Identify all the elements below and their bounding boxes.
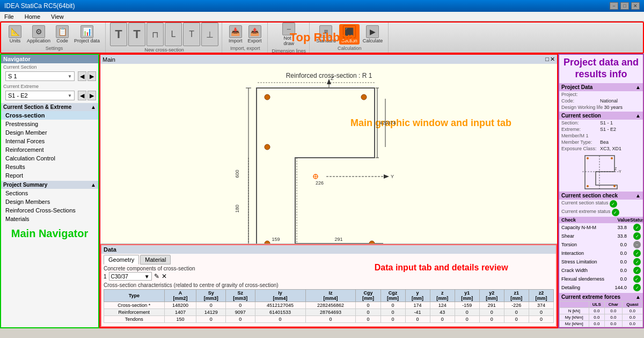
code-value: National (600, 98, 618, 104)
cell-z1-2: 0 (504, 309, 529, 316)
cs-extreme-header: Current Section & Extreme ▲ (1, 103, 98, 111)
force-row-my: My [kNm] 0.0 0.0 0.0 (560, 314, 643, 321)
next-extreme-button[interactable]: ▶ (87, 91, 96, 100)
geometry-tab[interactable]: Geometry (104, 255, 139, 264)
export-icon: 📤 (248, 25, 261, 38)
maximize-button[interactable]: □ (620, 2, 629, 10)
main-window-titlebar: Main □ ✕ (100, 55, 557, 64)
combo-arrow-icon: ▼ (68, 74, 72, 79)
center-area: Main □ ✕ Main graphic window and input t… (99, 54, 558, 328)
minimize-button[interactable]: − (610, 2, 618, 10)
menu-view[interactable]: View (49, 13, 66, 20)
cell-cgz-2: 0 (380, 309, 405, 316)
add-row-button[interactable]: ✎ (154, 273, 159, 280)
nav-item-reinforced-cs[interactable]: Reinforced Cross-Sections (1, 206, 98, 215)
member-type-label: Member Type: (561, 139, 599, 145)
ribbon-btn-application[interactable]: ⚙ Application (25, 24, 53, 45)
ribbon-btn-import[interactable]: 📥 Import (226, 24, 245, 45)
current-section-combo[interactable]: S 1 ▼ (5, 71, 75, 81)
ribbon-btn-t2[interactable]: L (165, 23, 182, 46)
ribbon-btn-t3[interactable]: T (183, 23, 200, 46)
extreme-status-row: Current extreme status ✓ (559, 208, 643, 217)
current-extreme-combo[interactable]: S1 - E2 ▼ (5, 91, 75, 100)
main-window-restore-button[interactable]: □ (545, 56, 549, 63)
svg-text:180: 180 (235, 204, 240, 212)
nav-item-results[interactable]: Results (1, 163, 98, 171)
ribbon-btn-t4[interactable]: ⊥ (201, 23, 218, 46)
force-my-label: My [kNm] (560, 314, 589, 321)
ribbon-btn-standard[interactable]: ≡ Standard (314, 24, 338, 45)
col-y1: y1[mm] (455, 290, 479, 302)
ribbon-btn-t1[interactable]: ⊓ (147, 23, 164, 46)
cell-iz-1: 2282456862 (305, 302, 356, 309)
code-label: Code (56, 38, 68, 43)
cell-z-2: 43 (430, 309, 455, 316)
section-status-indicator: ✓ (610, 200, 617, 208)
material-combo-value: C30/37 (111, 274, 128, 280)
nav-item-reinforcement[interactable]: Reinforcement (1, 145, 98, 154)
force-vy-char: 0.0 (605, 327, 623, 328)
project-summary-expand-icon: ▲ (91, 182, 96, 188)
cell-sy-1: 0 (196, 302, 226, 309)
not-draw-icon: ─ (282, 23, 295, 35)
prev-section-button[interactable]: ◀ (78, 71, 86, 81)
main-graphic-window: Main □ ✕ Main graphic window and input t… (100, 55, 557, 244)
menu-home[interactable]: Home (23, 13, 42, 20)
nav-item-internal-forces[interactable]: Internal Forces (1, 137, 98, 145)
ribbon-group-calculation: ≡ Standard ⬛ Section ▶ Calculate Calcula… (311, 23, 389, 53)
extreme-label: Extreme: (561, 127, 599, 132)
nav-item-design-members[interactable]: Design Members (1, 197, 98, 206)
force-vy-uls: 35.0 (589, 327, 605, 328)
check-stress-label: Stress Limitation (561, 259, 604, 264)
ribbon-btn-calculate[interactable]: ▶ Calculate (361, 24, 385, 45)
check-capacity-value: 33.8 (611, 225, 627, 230)
forces-col-char: Char (605, 302, 623, 308)
next-section-button[interactable]: ▶ (87, 71, 96, 81)
material-tab[interactable]: Material (140, 255, 171, 264)
delete-row-button[interactable]: ✕ (162, 273, 167, 280)
force-n-char: 0.0 (605, 308, 623, 314)
cell-iz-2: 28764693 (305, 309, 356, 316)
ribbon-btn-section[interactable]: ⬛ Section (339, 24, 360, 45)
close-button[interactable]: ✕ (631, 2, 640, 10)
table-row: Reinforcement 1407 14129 9097 61401533 2… (104, 309, 554, 316)
svg-text:291: 291 (334, 237, 342, 242)
nav-item-prestressing[interactable]: Prestressing (1, 120, 98, 128)
section-status-label: Current section status (561, 200, 609, 208)
nav-item-calculation-control[interactable]: Calculation Control (1, 154, 98, 163)
nav-item-sections[interactable]: Sections (1, 189, 98, 197)
col-iy: Iy[mm4] (255, 290, 305, 302)
check-shear-status: ✓ (633, 232, 641, 240)
force-n-quasi: 0.0 (622, 308, 642, 314)
ribbon-group-new-cs: T T ⊓ L T ⊥ New cross-section (107, 23, 222, 53)
extreme-arrow-icon: ▼ (68, 93, 72, 98)
svg-point-37 (265, 144, 270, 150)
cell-sz-2: 9097 (226, 309, 255, 316)
nav-item-report[interactable]: Report (1, 171, 98, 180)
nav-item-design-member[interactable]: Design Member (1, 128, 98, 137)
ribbon: Top Ribbon 📐 Units ⚙ Application 📋 Code … (0, 21, 644, 54)
section-label: Section (341, 38, 357, 43)
svg-text:Z: Z (331, 76, 334, 81)
extreme-forces-expand-icon: ▲ (635, 294, 641, 300)
check-stress: Stress Limitation 0.0 ✓ (559, 258, 643, 266)
ribbon-btn-export[interactable]: 📤 Export (246, 24, 264, 45)
menu-file[interactable]: File (2, 13, 16, 20)
main-window-close-button[interactable]: ✕ (550, 56, 555, 63)
force-vy-quasi: 0.0 (622, 327, 642, 328)
check-capacity-label: Capacity N-M-M (561, 225, 604, 230)
nav-item-materials[interactable]: Materials (1, 215, 98, 223)
nav-item-cross-section[interactable]: Cross-section (1, 111, 98, 120)
cell-z2-3: 0 (529, 316, 553, 323)
ribbon-btn-project-data[interactable]: 📊 Project data (72, 24, 102, 45)
ribbon-btn-general[interactable]: T (110, 23, 127, 46)
ribbon-btn-css[interactable]: T (128, 23, 145, 46)
cell-z2-1: 374 (529, 302, 553, 309)
material-combo[interactable]: C30/37 ▼ (109, 272, 152, 281)
ribbon-btn-code[interactable]: 📋 Code (54, 24, 71, 45)
prev-extreme-button[interactable]: ◀ (78, 91, 86, 100)
data-tabs: Geometry Material (101, 254, 327, 266)
ribbon-btn-not-draw[interactable]: ─ Notdraw (280, 21, 297, 47)
ribbon-btn-units[interactable]: 📐 Units (6, 24, 24, 45)
exposure-value: XC3, XD1 (600, 146, 621, 151)
